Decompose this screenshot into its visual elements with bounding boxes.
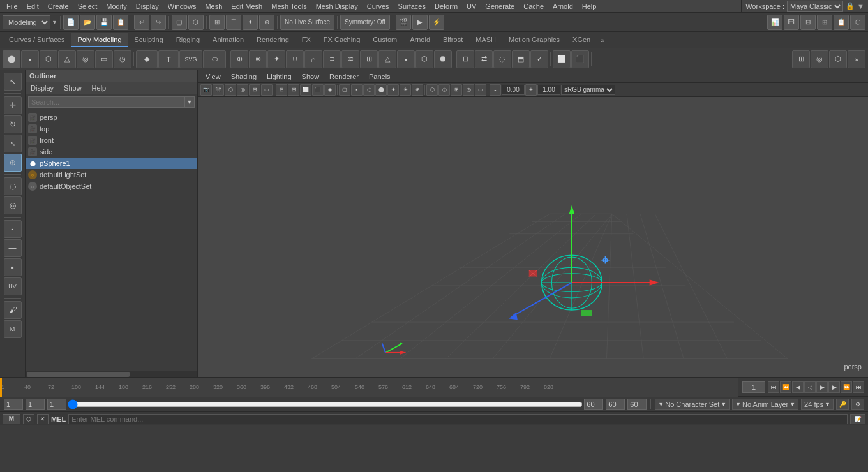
bezier-btn[interactable]: ⬭ <box>203 50 226 68</box>
transfer-attr-btn[interactable]: ⇄ <box>475 50 493 68</box>
tree-item-persp[interactable]: 🎥 persp <box>26 112 197 123</box>
windows-menu[interactable]: Windows <box>164 1 200 11</box>
create-menu[interactable]: Create <box>44 1 73 11</box>
outliner-btn[interactable]: 📋 <box>834 15 849 30</box>
tl-jump-end-btn[interactable]: ⏭ <box>853 381 864 393</box>
component-mode-vertex[interactable]: · <box>4 220 22 238</box>
outliner-search-arrow[interactable]: ▼ <box>184 96 195 108</box>
save-file-btn[interactable]: 💾 <box>96 15 112 30</box>
cube-btn[interactable]: ▪ <box>21 50 39 68</box>
open-file-btn[interactable]: 📂 <box>80 15 95 30</box>
select-tool[interactable]: ↖ <box>4 73 22 91</box>
range-end-input2[interactable] <box>627 399 647 410</box>
tab-mash[interactable]: MASH <box>469 33 502 47</box>
bool-union-btn[interactable]: ∪ <box>286 50 304 68</box>
symmetry-btn[interactable]: Symmetry: Off <box>340 15 390 30</box>
remesh-btn[interactable]: ⊞ <box>360 50 378 68</box>
soft-sel-btn[interactable]: ◎ <box>811 50 828 68</box>
smooth-btn[interactable]: ≋ <box>341 50 359 68</box>
render-layer-btn[interactable]: 🎞 <box>784 15 799 30</box>
tree-item-defaultlightset[interactable]: ○ defaultLightSet <box>26 169 197 181</box>
attr-editor-btn[interactable]: ⊞ <box>817 15 832 30</box>
tab-arnold[interactable]: Arnold <box>403 33 437 47</box>
svg-btn[interactable]: SVG <box>179 50 202 68</box>
cache-menu[interactable]: Cache <box>520 1 548 11</box>
vp-shd7-btn[interactable]: ⊕ <box>412 84 423 96</box>
tl-play-back-btn[interactable]: ◁ <box>804 381 816 393</box>
tl-step-back-btn[interactable]: ◀ <box>792 381 804 393</box>
cone-btn[interactable]: △ <box>58 50 76 68</box>
tab-fx-caching[interactable]: FX Caching <box>317 33 366 47</box>
plane-btn[interactable]: ▭ <box>95 50 113 68</box>
tl-next-key-btn[interactable]: ⏩ <box>841 381 852 393</box>
vp-renderer-menu[interactable]: Renderer <box>324 71 364 82</box>
display-menu[interactable]: Display <box>132 1 163 11</box>
undo-btn[interactable]: ↩ <box>134 15 149 30</box>
tab-motion-graphics[interactable]: Motion Graphics <box>502 33 566 47</box>
vp-disp4-btn[interactable]: ⬛ <box>312 84 324 96</box>
vp-cam3-btn[interactable]: ⬡ <box>225 84 236 96</box>
mel-close-btn[interactable]: ✕ <box>37 414 49 424</box>
file-menu[interactable]: File <box>3 1 22 11</box>
move-tool[interactable]: ✛ <box>4 96 22 114</box>
vp-iso3-btn[interactable]: ⊞ <box>451 84 462 96</box>
tab-animation[interactable]: Animation <box>206 33 250 47</box>
playback-start-input[interactable] <box>26 399 45 410</box>
mesh-tools-menu[interactable]: Mesh Tools <box>267 1 310 11</box>
sym-sel-btn[interactable]: ⬡ <box>829 50 847 68</box>
edit-mesh-menu[interactable]: Edit Mesh <box>227 1 266 11</box>
last-tool[interactable]: M <box>4 320 22 338</box>
playback-current-input[interactable] <box>47 399 66 410</box>
lasso-btn[interactable]: ⬡ <box>188 15 204 30</box>
vp-gamma-input[interactable] <box>537 85 560 95</box>
outliner-search-input[interactable] <box>28 96 184 108</box>
fill-holes-btn[interactable]: ⬡ <box>415 50 433 68</box>
vp-disp3-btn[interactable]: ⬜ <box>300 84 311 96</box>
anim-layer-dropdown[interactable]: ▼ No Anim Layer ▼ <box>732 399 798 410</box>
vp-shd5-btn[interactable]: ✦ <box>387 84 399 96</box>
mel-mode-btn[interactable]: M <box>3 414 20 424</box>
auto-key-btn[interactable]: 🔑 <box>836 399 849 410</box>
vp-cam2-btn[interactable]: 🎬 <box>213 84 224 96</box>
tab-custom[interactable]: Custom <box>366 33 403 47</box>
playback-mode-btn[interactable]: ⚙ <box>851 399 864 410</box>
fps-dropdown[interactable]: 24 fps ▼ <box>801 399 834 410</box>
vp-show-menu[interactable]: Show <box>297 71 325 82</box>
workspace-settings-icon[interactable]: ▼ <box>857 3 864 10</box>
channel-box-btn[interactable]: ⊟ <box>800 15 816 30</box>
edit-menu[interactable]: Edit <box>23 1 43 11</box>
vp-exposure-input[interactable] <box>502 85 525 95</box>
uv-menu[interactable]: UV <box>463 1 480 11</box>
vp-cam4-btn[interactable]: ◎ <box>237 84 248 96</box>
tl-play-btn[interactable]: ▶ <box>816 381 828 393</box>
vp-disp1-btn[interactable]: ⊟ <box>276 84 287 96</box>
scale-tool[interactable]: ⤡ <box>4 135 22 152</box>
display-layer-btn[interactable]: 📊 <box>767 15 782 30</box>
bool-diff-btn[interactable]: ∩ <box>304 50 322 68</box>
soft-mod-tool[interactable]: ◌ <box>4 177 22 195</box>
vp-disp2-btn[interactable]: ⊞ <box>288 84 299 96</box>
playback-end-input[interactable] <box>584 399 603 410</box>
cleanup-btn[interactable]: ✓ <box>530 50 548 68</box>
tree-item-side[interactable]: 🎥 side <box>26 146 197 158</box>
disk-btn[interactable]: ◷ <box>114 50 131 68</box>
redo-btn[interactable]: ↪ <box>151 15 166 30</box>
outliner-help-menu[interactable]: Help <box>87 82 112 94</box>
component-mode-edge[interactable]: — <box>4 239 22 257</box>
tree-item-defaultobjectset[interactable]: ○ defaultObjectSet <box>26 181 197 192</box>
tab-rigging[interactable]: Rigging <box>170 33 206 47</box>
snap-grid-btn[interactable]: ⊞ <box>209 15 225 30</box>
viewport-canvas[interactable]: persp <box>198 97 868 377</box>
timeline-frame-input[interactable] <box>742 381 765 393</box>
mode-dropdown[interactable]: Modeling <box>3 15 50 29</box>
outliner-hscroll[interactable] <box>26 371 197 377</box>
component-mode-face[interactable]: ▪ <box>4 258 22 276</box>
vp-iso5-btn[interactable]: ▭ <box>475 84 486 96</box>
vp-shd1-btn[interactable]: ▢ <box>339 84 350 96</box>
vp-shading-menu[interactable]: Shading <box>226 71 262 82</box>
snap-view-btn[interactable]: ⊕ <box>259 15 274 30</box>
render-btn[interactable]: ▶ <box>412 15 428 30</box>
tab-curves-surfaces[interactable]: Curves / Surfaces <box>3 33 71 47</box>
select-menu[interactable]: Select <box>74 1 101 11</box>
render-settings-btn[interactable]: 🎬 <box>396 15 411 30</box>
